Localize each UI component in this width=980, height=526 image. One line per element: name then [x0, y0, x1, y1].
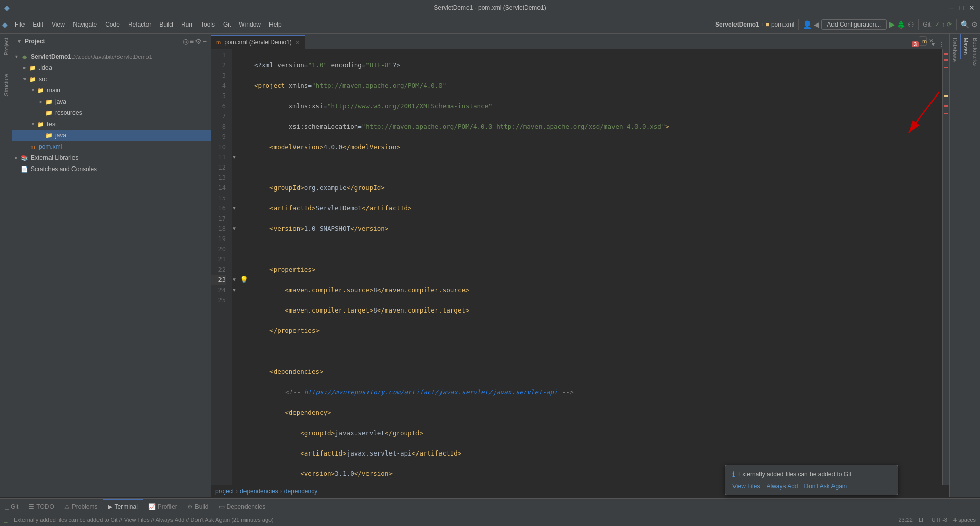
tree-item-external-libs[interactable]: ► 📚 External Libraries — [12, 152, 211, 163]
menu-tools[interactable]: Tools — [198, 20, 218, 29]
structure-side-tab[interactable]: Structure — [2, 69, 11, 101]
expand-arrow[interactable]: ▼ — [22, 77, 29, 82]
menu-window[interactable]: Window — [236, 20, 264, 29]
expand-arrow[interactable]: ► — [39, 99, 45, 104]
line-numbers: 12345 678910 1112131415 1617181920 2122 … — [211, 49, 232, 485]
tree-item-java-test[interactable]: 📁 java — [12, 130, 211, 141]
breadcrumb-dependencies[interactable]: dependencies — [240, 488, 278, 495]
bookmarks-tab[interactable]: Bookmarks — [971, 34, 980, 70]
hide-panel-icon[interactable]: − — [203, 37, 207, 45]
gutter-spacer — [240, 111, 250, 122]
tabs-more[interactable]: ⋮ — [938, 40, 945, 49]
bottom-tab-dependencies[interactable]: ▭ Dependencies — [214, 499, 271, 513]
maven-icon: m — [922, 38, 927, 44]
editor-tab-pomxml[interactable]: m pom.xml (ServletDemo1) ✕ — [211, 35, 305, 49]
run-button[interactable]: ▶ — [889, 19, 895, 29]
maven-close[interactable]: ✕ — [929, 38, 934, 44]
tree-item-resources[interactable]: 📁 resources — [12, 107, 211, 118]
gutter-spacer — [240, 122, 250, 132]
app-icon: ◆ — [2, 20, 8, 29]
menu-refactor[interactable]: Refactor — [125, 20, 154, 29]
menu-run[interactable]: Run — [178, 20, 195, 29]
toolbar-user-icon[interactable]: 👤 — [803, 20, 812, 29]
tree-item-idea[interactable]: ► 📁 .idea — [12, 62, 211, 74]
menu-edit[interactable]: Edit — [30, 20, 46, 29]
add-configuration-button[interactable]: Add Configuration... — [821, 19, 887, 30]
tree-item-root[interactable]: ▼ ◆ ServletDemo1 D:\code\Java\bite\Servl… — [12, 51, 211, 62]
fold-properties[interactable]: ▼ — [232, 152, 237, 162]
build-icon[interactable]: ⚇ — [908, 20, 914, 29]
panel-settings-icon[interactable]: ⚙ — [195, 37, 202, 45]
search-icon[interactable]: 🔍 — [961, 20, 969, 29]
menu-code[interactable]: Code — [102, 20, 123, 29]
settings-icon[interactable]: ⚙ — [971, 20, 978, 29]
toolbar-navigate-back[interactable]: ◀ — [814, 20, 819, 29]
project-side-tab[interactable]: Project — [2, 34, 11, 59]
maven-tab[interactable]: Maven — [960, 34, 970, 59]
expand-arrow[interactable]: ▼ — [14, 54, 20, 59]
indent-info[interactable]: 4 spaces — [953, 517, 976, 523]
close-btn[interactable]: ✕ — [968, 4, 976, 12]
menu-file[interactable]: File — [12, 20, 28, 29]
tree-item-pomxml[interactable]: m pom.xml — [12, 141, 211, 152]
maven-reload-button[interactable]: m ✕ — [919, 36, 927, 46]
fold-close-deps[interactable]: ▼ — [232, 285, 237, 295]
expand-arrow[interactable]: ▼ — [31, 122, 37, 127]
folder-icon: 📁 — [45, 131, 53, 139]
view-files-link[interactable]: View Files — [732, 483, 760, 490]
tree-item-scratches[interactable]: 📄 Scratches and Consoles — [12, 163, 211, 175]
code-editor[interactable]: <?xml version="1.0" encoding="UTF-8"?> <… — [250, 49, 942, 485]
expand-arrow[interactable]: ► — [22, 65, 29, 70]
bulb-line23[interactable]: 💡 — [240, 275, 250, 285]
line-19: <groupId>javax.servlet</groupId> — [254, 428, 942, 438]
tree-item-src[interactable]: ▼ 📁 src — [12, 74, 211, 85]
gutter-spacer — [240, 60, 250, 70]
cursor-position[interactable]: 23:22 — [898, 517, 913, 523]
gutter-spacer — [240, 132, 250, 142]
bottom-tab-git[interactable]: ⎯ Git — [0, 499, 23, 513]
fold-dependency[interactable]: ▼ — [232, 224, 237, 234]
fold-dependencies[interactable]: ▼ — [232, 203, 237, 213]
minimize-btn[interactable]: ─ — [947, 4, 955, 12]
breadcrumb-project[interactable]: project — [215, 488, 234, 495]
always-add-link[interactable]: Always Add — [766, 483, 798, 490]
folder-icon: 📁 — [37, 120, 45, 128]
bottom-tab-todo[interactable]: ☰ TODO — [23, 499, 59, 513]
editor-content: 12345 678910 1112131415 1617181920 2122 … — [211, 49, 949, 485]
charset[interactable]: UTF-8 — [932, 517, 947, 523]
bottom-tab-build[interactable]: ⚙ Build — [182, 499, 214, 513]
menu-view[interactable]: View — [48, 20, 68, 29]
bottom-tab-problems[interactable]: ⚠ Problems — [59, 499, 103, 513]
tree-item-java-main[interactable]: ► 📁 java — [12, 96, 211, 107]
folder-icon: 📁 — [29, 64, 37, 72]
tree-item-test[interactable]: ▼ 📁 test — [12, 118, 211, 130]
bottom-tab-terminal[interactable]: ▶ Terminal — [103, 499, 142, 513]
fold-close-dep[interactable]: ▼ — [232, 275, 237, 285]
xml-icon: m — [29, 142, 37, 151]
database-tab[interactable]: Database — [950, 34, 960, 66]
collapse-all-icon[interactable]: ≡ — [190, 37, 194, 45]
toolbar-xml-icon: ■ — [766, 21, 769, 28]
project-dropdown-icon[interactable]: ▼ — [16, 38, 22, 45]
maximize-btn[interactable]: □ — [958, 4, 966, 12]
bottom-tabs: ⎯ Git ☰ TODO ⚠ Problems ▶ Terminal 📈 Pro… — [0, 498, 980, 513]
expand-arrow[interactable]: ► — [14, 155, 20, 160]
bottom-tab-todo-label: TODO — [36, 503, 54, 510]
expand-arrow[interactable]: ▼ — [31, 88, 37, 93]
dont-ask-link[interactable]: Don't Ask Again — [804, 483, 847, 490]
tab-close-button[interactable]: ✕ — [295, 39, 300, 46]
line-ending[interactable]: LF — [919, 517, 925, 523]
library-icon: 📚 — [20, 154, 29, 162]
window-controls[interactable]: ─ □ ✕ — [947, 4, 976, 12]
menu-help[interactable]: Help — [266, 20, 285, 29]
menu-navigate[interactable]: Navigate — [70, 20, 100, 29]
locate-icon[interactable]: ◎ — [183, 37, 189, 45]
bottom-tab-profiler[interactable]: 📈 Profiler — [143, 499, 182, 513]
tree-item-main[interactable]: ▼ 📁 main — [12, 85, 211, 96]
menu-build[interactable]: Build — [156, 20, 176, 29]
breadcrumb-dependency[interactable]: dependency — [284, 488, 317, 495]
gutter-spacer — [240, 70, 250, 81]
line-15 — [254, 346, 942, 356]
debug-button[interactable]: 🌲 — [897, 20, 905, 29]
menu-git[interactable]: Git — [220, 20, 234, 29]
